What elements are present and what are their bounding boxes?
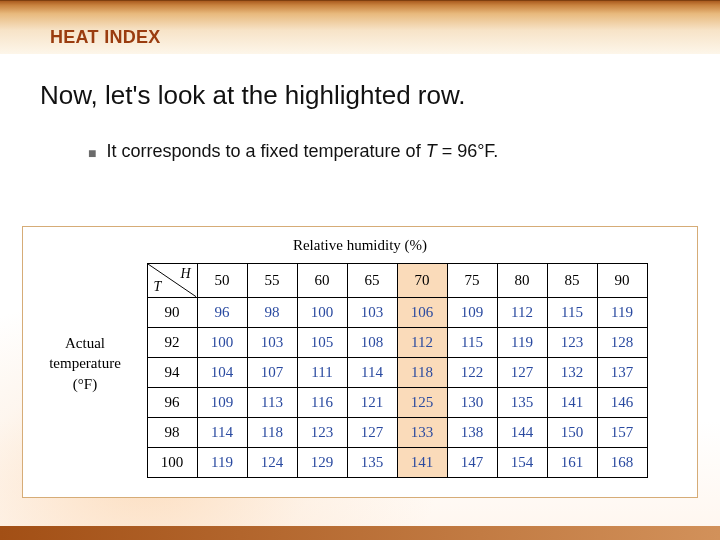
cell: 122 xyxy=(447,357,497,387)
cell: 168 xyxy=(597,447,647,477)
cell: 104 xyxy=(197,357,247,387)
cell: 129 xyxy=(297,447,347,477)
cell: 128 xyxy=(597,327,647,357)
cell: 150 xyxy=(547,417,597,447)
table-card: Relative humidity (%) Actual temperature… xyxy=(22,226,698,498)
cell: 138 xyxy=(447,417,497,447)
cell: 116 xyxy=(297,387,347,417)
cell: 114 xyxy=(197,417,247,447)
table-row: 92100103105108112115119123128 xyxy=(147,327,647,357)
cell: 127 xyxy=(497,357,547,387)
cell: 112 xyxy=(397,327,447,357)
cell: 115 xyxy=(547,297,597,327)
cell: 100 xyxy=(197,327,247,357)
cell: 96 xyxy=(197,297,247,327)
cell: 112 xyxy=(497,297,547,327)
cell: 141 xyxy=(397,447,447,477)
cell: 121 xyxy=(347,387,397,417)
side-axis-label: Actual temperature (°F) xyxy=(39,333,131,394)
side-label-line: Actual xyxy=(65,335,105,351)
top-axis-label: Relative humidity (%) xyxy=(293,237,427,254)
cell: 111 xyxy=(297,357,347,387)
cell: 109 xyxy=(447,297,497,327)
col-header: 85 xyxy=(547,263,597,297)
cell: 114 xyxy=(347,357,397,387)
table-wrap: Relative humidity (%) Actual temperature… xyxy=(45,239,675,487)
cell: 137 xyxy=(597,357,647,387)
cell: 127 xyxy=(347,417,397,447)
row-header: 90 xyxy=(147,297,197,327)
col-header: 65 xyxy=(347,263,397,297)
col-header: 50 xyxy=(197,263,247,297)
cell: 123 xyxy=(547,327,597,357)
cell: 130 xyxy=(447,387,497,417)
cell: 135 xyxy=(497,387,547,417)
footer-rule xyxy=(0,526,720,540)
cell: 103 xyxy=(347,297,397,327)
bullet-line: ■ It corresponds to a fixed temperature … xyxy=(88,141,720,165)
cell: 115 xyxy=(447,327,497,357)
cell: 103 xyxy=(247,327,297,357)
bullet-var: T xyxy=(426,141,437,161)
cell: 154 xyxy=(497,447,547,477)
side-label-line: (°F) xyxy=(73,375,97,391)
bullet-suffix: = 96°F. xyxy=(437,141,499,161)
row-header: 98 xyxy=(147,417,197,447)
cell: 107 xyxy=(247,357,297,387)
table-head: HT505560657075808590 xyxy=(147,263,647,297)
cell: 118 xyxy=(397,357,447,387)
corner-t: T xyxy=(154,279,162,295)
cell: 118 xyxy=(247,417,297,447)
title-bar: HEAT INDEX xyxy=(0,0,720,54)
corner-cell: HT xyxy=(147,263,197,297)
headline: Now, let's look at the highlighted row. xyxy=(40,80,720,111)
heat-index-table: HT505560657075808590 9096981001031061091… xyxy=(147,263,648,478)
cell: 133 xyxy=(397,417,447,447)
slide-title: HEAT INDEX xyxy=(50,27,161,48)
cell: 146 xyxy=(597,387,647,417)
corner-h: H xyxy=(180,266,190,282)
col-header: 90 xyxy=(597,263,647,297)
bullet-text: It corresponds to a fixed temperature of… xyxy=(106,141,498,162)
row-header: 100 xyxy=(147,447,197,477)
col-header: 80 xyxy=(497,263,547,297)
cell: 100 xyxy=(297,297,347,327)
col-header: 55 xyxy=(247,263,297,297)
cell: 135 xyxy=(347,447,397,477)
row-header: 96 xyxy=(147,387,197,417)
col-header: 75 xyxy=(447,263,497,297)
side-label-line: temperature xyxy=(49,355,121,371)
cell: 132 xyxy=(547,357,597,387)
row-header: 92 xyxy=(147,327,197,357)
cell: 113 xyxy=(247,387,297,417)
table-body: 9096981001031061091121151199210010310510… xyxy=(147,297,647,477)
row-header: 94 xyxy=(147,357,197,387)
cell: 144 xyxy=(497,417,547,447)
cell: 147 xyxy=(447,447,497,477)
cell: 119 xyxy=(597,297,647,327)
cell: 141 xyxy=(547,387,597,417)
cell: 119 xyxy=(497,327,547,357)
cell: 105 xyxy=(297,327,347,357)
cell: 119 xyxy=(197,447,247,477)
bullet-prefix: It corresponds to a fixed temperature of xyxy=(106,141,425,161)
cell: 124 xyxy=(247,447,297,477)
cell: 157 xyxy=(597,417,647,447)
cell: 98 xyxy=(247,297,297,327)
table-row: 98114118123127133138144150157 xyxy=(147,417,647,447)
table-row: 100119124129135141147154161168 xyxy=(147,447,647,477)
col-header: 70 xyxy=(397,263,447,297)
bullet-icon: ■ xyxy=(88,141,96,165)
cell: 123 xyxy=(297,417,347,447)
table-row: 94104107111114118122127132137 xyxy=(147,357,647,387)
cell: 125 xyxy=(397,387,447,417)
table-row: 96109113116121125130135141146 xyxy=(147,387,647,417)
table-row: 909698100103106109112115119 xyxy=(147,297,647,327)
cell: 106 xyxy=(397,297,447,327)
cell: 109 xyxy=(197,387,247,417)
cell: 108 xyxy=(347,327,397,357)
cell: 161 xyxy=(547,447,597,477)
col-header: 60 xyxy=(297,263,347,297)
